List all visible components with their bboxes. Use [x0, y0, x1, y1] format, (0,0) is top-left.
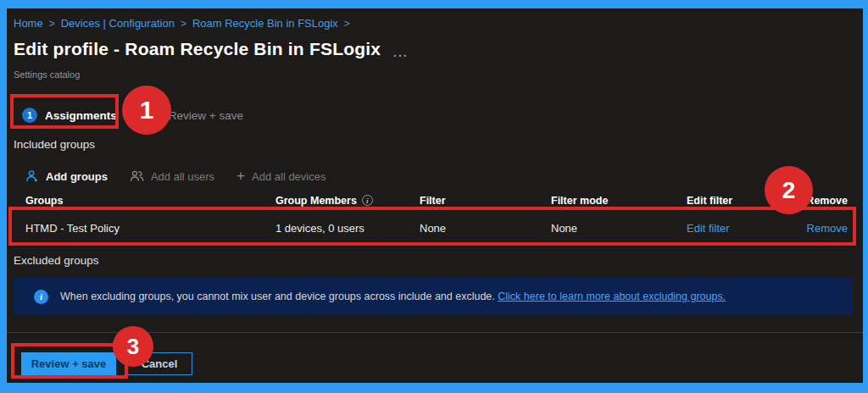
tab-assignments-label: Assignments [45, 109, 117, 122]
col-group-members[interactable]: Group Membersi [275, 195, 373, 207]
col-groups[interactable]: Groups [25, 195, 63, 207]
edit-profile-page: Home>Devices | Configuration>Roam Recycl… [7, 8, 863, 383]
page-title: Edit profile - Roam Recycle Bin in FSLog… [14, 39, 381, 59]
wizard-tabs: 1 Assignments 2 Review + save [22, 100, 243, 130]
info-icon[interactable]: i [362, 195, 373, 206]
more-options-icon[interactable]: ... [393, 46, 409, 59]
footer-divider [7, 332, 863, 333]
row-filter: None [420, 222, 446, 235]
col-filter-mode[interactable]: Filter mode [551, 195, 608, 207]
chevron-right-icon: > [49, 18, 55, 30]
groups-toolbar: Add groups Add all users + Add all devic… [25, 166, 326, 186]
learn-more-link[interactable]: Click here to learn more about excluding… [498, 291, 726, 302]
person-add-icon [25, 169, 39, 183]
col-edit-filter[interactable]: Edit filter [687, 195, 732, 207]
breadcrumb-home[interactable]: Home [14, 17, 43, 30]
add-groups-button[interactable]: Add groups [25, 169, 108, 183]
plus-icon: + [236, 168, 245, 185]
cancel-button[interactable]: Cancel [126, 352, 192, 375]
info-icon: i [34, 290, 48, 304]
edit-filter-link[interactable]: Edit filter [687, 222, 730, 235]
row-group-members: 1 devices, 0 users [275, 222, 364, 235]
breadcrumb: Home>Devices | Configuration>Roam Recycl… [14, 17, 356, 30]
included-groups-heading: Included groups [14, 138, 95, 151]
chevron-right-icon: > [181, 18, 186, 30]
chevron-right-icon: > [344, 18, 350, 30]
add-all-devices-label: Add all devices [252, 170, 326, 183]
page-subtitle: Settings catalog [14, 69, 80, 80]
banner-text: When excluding groups, you cannot mix us… [60, 291, 726, 302]
people-icon [130, 169, 144, 183]
review-save-button[interactable]: Review + save [21, 352, 116, 375]
add-all-users-label: Add all users [151, 170, 214, 183]
breadcrumb-profile[interactable]: Roam Recycle Bin in FSLogix [192, 17, 338, 30]
tab-assignments[interactable]: 1 Assignments [22, 108, 117, 123]
tab-review-save[interactable]: 2 Review + save [146, 108, 243, 123]
col-filter[interactable]: Filter [420, 195, 446, 207]
col-remove[interactable]: Remove [806, 195, 848, 207]
add-all-users-button[interactable]: Add all users [130, 169, 214, 183]
row-filter-mode: None [551, 222, 577, 235]
breadcrumb-devices-configuration[interactable]: Devices | Configuration [61, 17, 175, 30]
add-all-devices-button[interactable]: + Add all devices [236, 168, 326, 185]
groups-table-header: Groups Group Membersi Filter Filter mode… [7, 195, 863, 212]
add-groups-label: Add groups [46, 170, 108, 183]
remove-link[interactable]: Remove [807, 222, 848, 235]
step-2-circle: 2 [146, 108, 161, 123]
tab-review-save-label: Review + save [169, 109, 243, 122]
step-1-circle: 1 [22, 108, 37, 123]
excluded-groups-heading: Excluded groups [14, 254, 99, 267]
table-row[interactable]: HTMD - Test Policy 1 devices, 0 users No… [7, 212, 863, 249]
exclude-info-banner: i When excluding groups, you cannot mix … [14, 278, 853, 315]
row-group-name: HTMD - Test Policy [25, 222, 120, 235]
